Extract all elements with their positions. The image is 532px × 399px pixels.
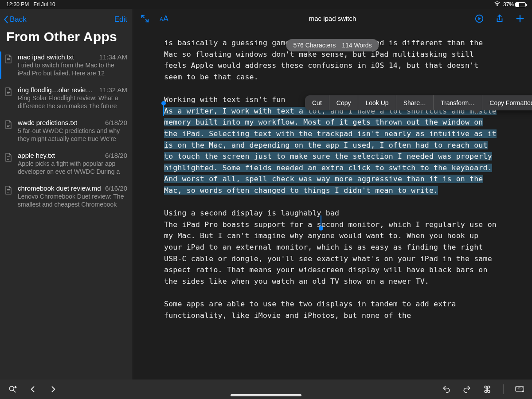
list-item[interactable]: wwdc predictions.txt6/18/20 5 far-out WW…	[0, 114, 133, 147]
ctx-copy[interactable]: Copy	[329, 95, 359, 110]
doc-name: ring floodlig…olar review.txt	[18, 86, 96, 94]
document-icon	[4, 153, 13, 176]
document-icon	[4, 185, 13, 208]
doc-preview: Ring Solar Floodlight review: What a dif…	[18, 94, 127, 110]
list-item[interactable]: apple hey.txt6/18/20 Apple picks a fight…	[0, 147, 133, 180]
svg-marker-19	[478, 17, 481, 20]
ctx-cut[interactable]: Cut	[305, 95, 329, 110]
editor-body[interactable]: is basically a guessing game. I get that…	[133, 28, 532, 379]
doc-time: 11:34 AM	[99, 53, 127, 61]
selection-end-handle[interactable]	[321, 215, 321, 226]
sidebar: Back Edit From Other Apps mac ipad switc…	[0, 9, 133, 379]
redo-icon[interactable]	[462, 385, 471, 394]
char-count: 576 Characters	[293, 42, 336, 49]
home-indicator[interactable]	[231, 394, 301, 396]
expand-icon[interactable]	[140, 14, 150, 23]
selection-stats: 576 Characters 114 Words	[286, 39, 379, 51]
ctx-lookup[interactable]: Look Up	[358, 95, 396, 110]
doc-name: wwdc predictions.txt	[18, 119, 77, 126]
undo-icon[interactable]	[442, 385, 451, 394]
next-icon[interactable]	[49, 385, 58, 394]
svg-point-0	[497, 5, 497, 6]
new-icon[interactable]	[515, 14, 525, 23]
document-icon	[4, 120, 13, 143]
svg-point-22	[9, 386, 14, 391]
body-text[interactable]: The iPad Pro boasts support for a second…	[164, 219, 501, 287]
preview-icon[interactable]	[474, 14, 484, 23]
prev-icon[interactable]	[28, 385, 37, 394]
battery-indicator: 37%	[503, 1, 526, 8]
list-item[interactable]: mac ipad switch.txt11:34 AM I tried to s…	[0, 49, 133, 82]
search-icon[interactable]: +	[8, 385, 17, 394]
doc-preview: I tried to switch from the Mac to the iP…	[18, 62, 127, 77]
doc-time: 6/18/20	[105, 152, 127, 159]
doc-name: mac ipad switch.txt	[18, 53, 74, 61]
list-item[interactable]: chromebook duet review.md6/16/20 Lenovo …	[0, 180, 133, 213]
doc-preview: 5 far-out WWDC predictions and why they …	[18, 127, 127, 143]
svg-text:+: +	[15, 386, 16, 389]
bottom-toolbar: +	[0, 379, 532, 399]
ctx-transform[interactable]: Transform…	[434, 95, 482, 110]
doc-time: 6/18/20	[105, 119, 127, 126]
doc-preview: Apple picks a fight with popular app dev…	[18, 160, 127, 176]
doc-time: 6/16/20	[105, 184, 127, 192]
selected-text[interactable]: As a writer, I work with text a lot, and…	[164, 106, 501, 196]
word-count: 114 Words	[342, 42, 372, 49]
context-menu: Cut Copy Look Up Share… Transform… Copy …	[305, 95, 532, 110]
editor-pane: AA mac ipad switch 576 Characters 114 Wo…	[133, 9, 532, 379]
doc-time: 11:32 AM	[99, 86, 127, 94]
share-icon[interactable]	[495, 14, 505, 23]
text-size-button[interactable]: AA	[160, 14, 168, 23]
svg-line-23	[14, 391, 16, 392]
section-heading[interactable]: Using a second display is laughably bad	[164, 207, 501, 219]
status-time: 12:30 PM	[6, 1, 29, 8]
ctx-copy-formatted[interactable]: Copy Formatted	[482, 95, 532, 110]
document-list[interactable]: mac ipad switch.txt11:34 AM I tried to s…	[0, 49, 133, 379]
svg-point-36	[522, 391, 524, 392]
status-date: Fri Jul 10	[33, 1, 55, 8]
back-label: Back	[10, 15, 27, 24]
edit-button[interactable]: Edit	[114, 15, 127, 24]
divider	[503, 384, 504, 394]
list-item[interactable]: ring floodlig…olar review.txt11:32 AM Ri…	[0, 82, 133, 114]
status-bar: 12:30 PM Fri Jul 10 37%	[0, 0, 532, 9]
back-button[interactable]: Back	[4, 15, 27, 24]
ctx-share[interactable]: Share…	[396, 95, 434, 110]
selection-start-handle[interactable]	[163, 106, 164, 116]
sidebar-title: From Other Apps	[0, 27, 133, 49]
wifi-icon	[494, 1, 501, 8]
keyboard-icon[interactable]	[515, 385, 524, 394]
doc-name: chromebook duet review.md	[18, 184, 101, 192]
doc-preview: Lenovo Chromebook Duet review: The small…	[18, 193, 127, 208]
document-icon	[4, 87, 13, 110]
command-icon[interactable]	[483, 385, 492, 394]
body-text[interactable]: Some apps are able to use the two displa…	[164, 298, 501, 321]
document-icon	[4, 54, 13, 77]
document-title: mac ipad switch	[133, 9, 532, 28]
doc-name: apple hey.txt	[18, 152, 55, 159]
